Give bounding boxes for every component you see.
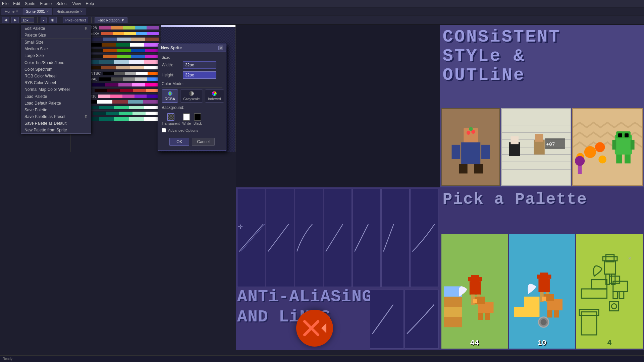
consistent-title-line1: CONSiSTENT xyxy=(443,27,642,47)
menu-file[interactable]: File xyxy=(2,1,8,6)
color-mode-rgba[interactable]: RGBA xyxy=(162,89,178,103)
ctx-medium-size[interactable]: Medium Size xyxy=(21,46,91,52)
consistent-title-line2: STYLe & xyxy=(443,47,642,66)
tab-hints[interactable]: Hints.aseprite ✕ xyxy=(53,8,86,15)
height-input[interactable] xyxy=(183,71,216,79)
consistent-title-line3: OUTLiNe xyxy=(443,66,642,85)
menu-select[interactable]: Select xyxy=(56,1,67,6)
svg-rect-35 xyxy=(616,155,623,163)
tab-sprite-close[interactable]: ✕ xyxy=(46,10,49,13)
quad-anti-aliasing: ANTi-ALiASiNG AND LiNES ✛ xyxy=(236,187,440,350)
sprite-cell-3 xyxy=(572,108,643,186)
white-swatch xyxy=(183,113,190,121)
transparent-swatch xyxy=(167,113,174,121)
menu-edit[interactable]: Edit xyxy=(13,1,20,6)
sprite-cell-1-art xyxy=(442,109,499,185)
background-group: Transparent White Black xyxy=(162,113,222,125)
svg-point-81 xyxy=(540,319,546,325)
svg-rect-78 xyxy=(547,310,552,317)
ctx-palette-size[interactable]: Palette Size xyxy=(21,32,91,39)
ctx-load-default[interactable]: Load Default Palette xyxy=(21,100,91,107)
palette-cell-3: 4 xyxy=(576,234,643,349)
brush-size-med[interactable]: ◉ xyxy=(49,17,57,23)
fast-rotation-arrow: ▼ xyxy=(121,18,124,22)
right-panel-top-left xyxy=(236,25,440,187)
tabbar: Home ✕ Sprite-0001 ✕ Hints.aseprite ✕ xyxy=(0,7,644,15)
svg-rect-92 xyxy=(619,291,624,298)
sprite-cell-3-art xyxy=(573,109,642,185)
ctx-new-from-sprite[interactable]: New Palette from Sprite xyxy=(21,127,91,133)
svg-rect-8 xyxy=(474,164,483,174)
svg-rect-72 xyxy=(537,275,551,279)
menu-frame[interactable]: Frame xyxy=(40,1,52,6)
palette-sprite-cells: 44 xyxy=(440,233,644,350)
menu-sprite[interactable]: Sprite xyxy=(25,1,35,6)
svg-line-53 xyxy=(372,304,393,334)
ctx-color-tint[interactable]: Color Tint/Shade/Tone xyxy=(21,59,91,66)
ctx-edit-palette[interactable]: Edit Palette R xyxy=(21,25,91,32)
dialog-close-btn[interactable]: ✕ xyxy=(218,46,223,50)
svg-point-37 xyxy=(584,146,596,158)
color-mode-grayscale[interactable]: Grayscale xyxy=(180,89,203,103)
ctx-save-as-preset[interactable]: Save Palette as Preset R xyxy=(21,113,91,120)
svg-rect-54 xyxy=(444,317,462,327)
svg-point-38 xyxy=(595,142,605,152)
bg-transparent[interactable]: Transparent xyxy=(162,113,180,125)
advanced-options-label[interactable]: Advanced Options xyxy=(168,128,198,132)
ctx-large-size[interactable]: Large Size xyxy=(21,52,91,59)
sprite-cell-2-art: +07 xyxy=(502,109,571,185)
sprite-cell-2: +07 xyxy=(501,108,572,186)
grayscale-icon xyxy=(189,91,194,96)
bg-black[interactable]: Black xyxy=(194,113,202,125)
bg-white[interactable]: White xyxy=(182,113,191,125)
cancel-button[interactable]: Cancel xyxy=(192,138,214,146)
ok-button[interactable]: OK xyxy=(169,138,189,146)
svg-point-42 xyxy=(575,156,585,166)
ctx-normal-map[interactable]: Normal Map Color Wheel xyxy=(21,86,91,93)
brush-prev-btn[interactable]: ◀ xyxy=(2,17,9,23)
palette-number-3: 4 xyxy=(607,339,611,347)
svg-rect-6 xyxy=(461,142,480,164)
ctx-color-spectrum[interactable]: Color Spectrum xyxy=(21,66,91,73)
svg-rect-55 xyxy=(444,307,462,317)
size-label: Size: xyxy=(162,55,222,59)
svg-rect-79 xyxy=(554,310,559,317)
bottom-line-cells xyxy=(369,288,440,350)
tab-hints-close[interactable]: ✕ xyxy=(80,10,83,13)
ctx-load-palette[interactable]: Load Palette xyxy=(21,93,91,100)
advanced-options-checkbox[interactable] xyxy=(162,128,166,132)
dialog-buttons: OK Cancel xyxy=(162,136,222,147)
ctx-save-as-default[interactable]: Save Palette as Default xyxy=(21,120,91,127)
svg-rect-33 xyxy=(612,140,616,149)
right-panel: CONSiSTENT STYLe & OUTLiNe xyxy=(236,25,644,350)
fast-rotation-btn[interactable]: Fast Rotation ▼ xyxy=(95,17,127,23)
ctx-ryb-wheel[interactable]: RYB Color Wheel xyxy=(21,79,91,86)
pixel-perfect-btn[interactable]: Pixel-perfect xyxy=(63,17,88,23)
svg-rect-10 xyxy=(481,145,490,159)
menu-view[interactable]: View xyxy=(72,1,81,6)
menu-help[interactable]: Help xyxy=(86,1,94,6)
tab-sprite-0001[interactable]: Sprite-0001 ✕ xyxy=(22,8,52,15)
brush-next-btn[interactable]: ▶ xyxy=(11,17,19,23)
tab-home[interactable]: Home ✕ xyxy=(1,8,22,15)
status-text: Ready xyxy=(3,357,12,361)
ctx-save-palette[interactable]: Save Palette xyxy=(21,107,91,113)
px-selector[interactable]: 1px xyxy=(21,17,34,23)
svg-rect-36 xyxy=(625,155,631,163)
svg-rect-77 xyxy=(542,297,546,301)
brush-size-small[interactable]: • xyxy=(41,17,47,23)
background-label: Background: xyxy=(162,105,222,111)
x-circle-button[interactable] xyxy=(296,310,333,347)
pick-palette-title: Pick a Palette xyxy=(443,190,587,209)
svg-rect-88 xyxy=(592,280,607,289)
color-mode-group: RGBA Grayscale Indexed xyxy=(162,89,222,103)
color-mode-indexed[interactable]: Indexed xyxy=(205,89,224,103)
dialog-titlebar: New Sprite ✕ xyxy=(158,44,226,52)
quad-pick-palette: Pick a Palette xyxy=(440,187,644,350)
svg-line-44 xyxy=(241,224,265,251)
tab-home-close[interactable]: ✕ xyxy=(16,10,18,13)
width-input[interactable] xyxy=(183,61,216,69)
ctx-small-size[interactable]: Small Size xyxy=(21,39,91,46)
advanced-options-row: Advanced Options xyxy=(162,128,222,132)
ctx-rgb-wheel[interactable]: RGB Color Wheel xyxy=(21,73,91,79)
